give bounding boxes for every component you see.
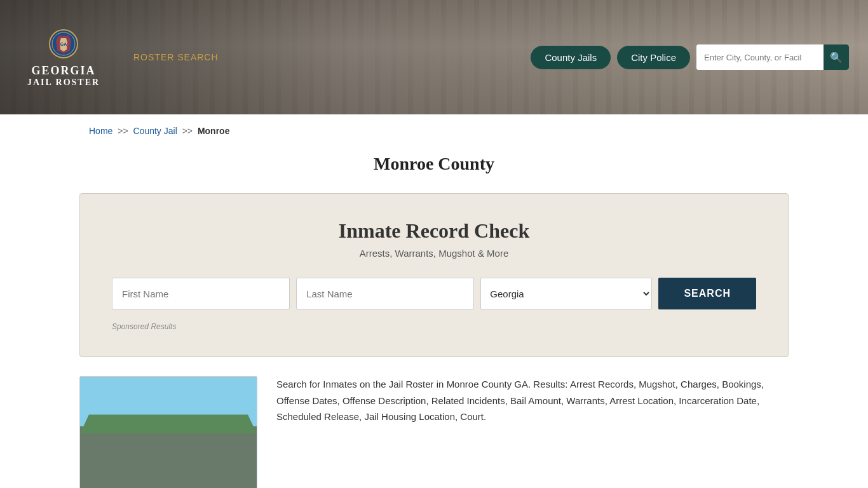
logo-jail-roster-text: JAIL ROSTER	[27, 78, 100, 88]
svg-text:GA: GA	[60, 42, 67, 46]
breadcrumb-home-link[interactable]: Home	[89, 126, 112, 136]
header-search-bar: 🔍	[696, 44, 849, 70]
building-roof	[80, 414, 257, 433]
record-check-subtitle: Arrests, Warrants, Mugshot & More	[112, 248, 756, 259]
description-text: Search for Inmates on the Jail Roster in…	[276, 376, 789, 425]
logo-georgia-text: GEORGIA	[27, 64, 100, 78]
header-search-button[interactable]: 🔍	[824, 44, 849, 70]
jail-building-image	[79, 376, 257, 488]
record-check-section: Inmate Record Check Arrests, Warrants, M…	[79, 193, 789, 357]
site-logo[interactable]: GA GEORGIA JAIL ROSTER	[19, 27, 108, 88]
breadcrumb-sep-2: >>	[182, 126, 193, 136]
breadcrumb-sep-1: >>	[118, 126, 128, 136]
inmate-search-button[interactable]: SEARCH	[658, 278, 756, 309]
roster-search-link[interactable]: ROSTER SEARCH	[133, 52, 219, 62]
header-search-input[interactable]	[696, 44, 824, 70]
city-police-button[interactable]: City Police	[617, 46, 690, 69]
sponsored-results-label: Sponsored Results	[112, 322, 756, 331]
first-name-input[interactable]	[112, 278, 290, 309]
breadcrumb-current: Monroe	[198, 126, 230, 136]
breadcrumb: Home >> County Jail >> Monroe	[0, 114, 868, 147]
breadcrumb-county-jail-link[interactable]: County Jail	[133, 126, 177, 136]
description-section: Search for Inmates on the Jail Roster in…	[79, 376, 789, 488]
county-jails-button[interactable]: County Jails	[531, 46, 611, 69]
state-select[interactable]: AlabamaAlaskaArizonaArkansasCaliforniaCo…	[480, 278, 652, 309]
page-title: Monroe County	[0, 154, 868, 174]
georgia-seal-icon: GA	[44, 27, 83, 62]
site-header: GA GEORGIA JAIL ROSTER ROSTER SEARCH Cou…	[0, 0, 868, 114]
record-check-title: Inmate Record Check	[112, 219, 756, 243]
inmate-search-form: AlabamaAlaskaArizonaArkansasCaliforniaCo…	[112, 278, 756, 309]
last-name-input[interactable]	[296, 278, 474, 309]
search-icon: 🔍	[830, 51, 843, 64]
header-right-nav: County Jails City Police 🔍	[531, 44, 849, 70]
